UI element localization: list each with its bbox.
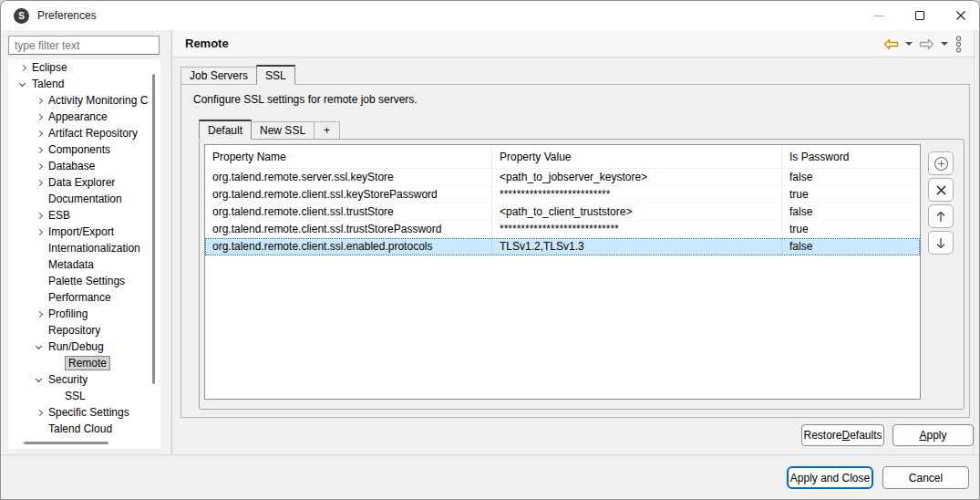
tree-item-esb[interactable]: ESB [8,207,160,224]
preference-page: Remote Job Servers SSL Configure SSL set… [171,30,975,454]
tab-default[interactable]: Default [199,120,252,140]
tree-item-activity-monitoring-c[interactable]: Activity Monitoring C [8,92,160,109]
tree-item-artifact-repository[interactable]: Artifact Repository [8,125,160,141]
chevron-right-icon[interactable] [36,130,44,138]
tab-job-servers[interactable]: Job Servers [181,67,257,84]
scrollbar-thumb[interactable] [24,442,108,444]
remove-property-button[interactable] [928,178,954,202]
chevron-right-icon[interactable] [36,409,44,417]
chevron-right-icon[interactable] [36,228,44,236]
tree-item-run-debug[interactable]: Run/Debug [8,339,160,355]
inner-tabbar: Default New SSL + [199,120,340,139]
tree-item-metadata[interactable]: Metadata [8,256,160,273]
table-cell: org.talend.remote.client.ssl.enabled.pro… [205,238,492,255]
table-row[interactable]: org.talend.remote.client.ssl.trustStoreP… [205,221,920,238]
tree-horizontal-scrollbar[interactable] [8,439,145,447]
tree-item-label: Internationalization [48,242,140,255]
button-label: pply [927,429,947,442]
cancel-button[interactable]: Cancel [882,466,969,489]
tree-item-label: Palette Settings [48,275,125,287]
tree-item-label: Activity Monitoring C [48,94,148,107]
table-row[interactable]: org.talend.remote.server.ssl.keyStore<pa… [205,169,920,186]
tab-ssl[interactable]: SSL [256,65,295,85]
tree-item-ssl[interactable]: SSL [8,388,160,404]
chevron-down-icon[interactable] [36,376,44,384]
tree-item-label: ESB [48,209,70,222]
arrow-up-icon [934,210,947,224]
column-header[interactable]: Property Value [492,145,782,169]
chevron-right-icon[interactable] [19,64,27,72]
table-cell: <path_to_jobserver_keystore> [492,169,782,186]
tree-vertical-scrollbar[interactable] [149,59,159,449]
maximize-icon [915,11,924,20]
column-header[interactable]: Property Name [205,145,492,169]
chevron-right-icon[interactable] [36,162,44,171]
page-title: Remote [185,36,229,50]
chevron-right-icon[interactable] [36,212,44,220]
tree-indent [36,327,44,335]
minimize-button[interactable] [858,1,899,30]
restore-defaults-button[interactable]: Restore Defaults [801,424,884,446]
tree-item-label: Talend [32,78,64,90]
forward-history-dropdown-icon[interactable] [941,42,948,46]
tree-item-palette-settings[interactable]: Palette Settings [8,273,160,289]
forward-arrow-icon[interactable] [919,38,934,50]
back-history-dropdown-icon[interactable] [905,42,913,46]
add-property-button[interactable] [928,151,954,175]
filter-input[interactable] [8,36,160,55]
tree-indent [36,245,44,253]
tree-item-components[interactable]: Components [8,141,160,158]
back-arrow-icon[interactable] [883,38,899,50]
properties-table[interactable]: Property Name Property Value Is Password… [204,144,921,400]
tree-item-label: Database [48,160,95,172]
chevron-right-icon[interactable] [36,97,44,105]
button-label: A [919,429,926,442]
page-header: Remote [172,30,974,57]
tree-item-profiling[interactable]: Profiling [8,306,160,322]
properties-table-body: org.talend.remote.server.ssl.keyStore<pa… [205,169,920,255]
tree-item-label: Remote [65,356,110,370]
tree-item-repository[interactable]: Repository [8,322,160,339]
tree-item-import-export[interactable]: Import/Export [8,224,160,240]
maximize-button[interactable] [899,1,940,30]
tree-item-remote[interactable]: Remote [8,355,160,371]
table-row[interactable]: org.talend.remote.client.ssl.keyStorePas… [205,186,920,203]
chevron-right-icon[interactable] [36,146,44,154]
tree-item-eclipse[interactable]: Eclipse [8,59,160,76]
table-cell: **************************** [492,221,782,238]
move-up-button[interactable] [928,204,954,228]
scrollbar-thumb[interactable] [152,74,155,384]
tree-item-label: Components [48,143,110,156]
tree-item-documentation[interactable]: Documentation [8,191,160,207]
tab-add-new[interactable]: + [314,121,340,139]
tree-item-data-explorer[interactable]: Data Explorer [8,174,160,191]
tree-item-label: Documentation [48,193,122,205]
tree-item-performance[interactable]: Performance [8,289,160,306]
tree-item-internationalization[interactable]: Internationalization [8,240,160,256]
apply-and-close-button[interactable]: Apply and Close [787,466,873,489]
view-menu-icon[interactable] [954,36,963,53]
chevron-right-icon[interactable] [36,310,44,318]
chevron-down-icon[interactable] [36,343,44,351]
chevron-right-icon[interactable] [36,113,44,121]
apply-button[interactable]: Apply [892,424,974,446]
table-row[interactable]: org.talend.remote.client.ssl.trustStore<… [205,203,920,221]
chevron-right-icon[interactable] [36,179,44,187]
close-button[interactable] [940,1,980,30]
table-row[interactable]: org.talend.remote.client.ssl.enabled.pro… [205,238,920,255]
column-header[interactable]: Is Password [782,145,920,169]
table-cell: true [782,221,920,238]
table-cell: org.talend.remote.client.ssl.keyStorePas… [205,186,492,203]
tree-item-security[interactable]: Security [8,371,160,388]
tree-item-talend[interactable]: Talend [8,76,160,92]
tree-item-database[interactable]: Database [8,158,160,174]
tree-item-talend-cloud[interactable]: Talend Cloud [8,421,160,437]
tree-item-specific-settings[interactable]: Specific Settings [8,404,160,421]
tab-label: Default [208,124,242,137]
tab-new-ssl[interactable]: New SSL [251,121,315,139]
preferences-tree[interactable]: EclipseTalendActivity Monitoring CAppear… [8,59,160,449]
tree-item-appearance[interactable]: Appearance [8,109,160,125]
move-down-button[interactable] [928,231,954,255]
dialog-button-bar: Apply and Close Cancel [1,454,980,500]
chevron-down-icon[interactable] [19,80,27,89]
